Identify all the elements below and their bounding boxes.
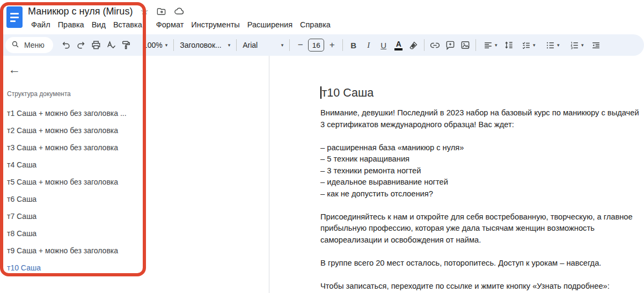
search-menus-button[interactable]: Меню [5, 37, 53, 53]
line-spacing-button[interactable] [501, 38, 516, 53]
document-heading: т10 Саша [320, 86, 639, 100]
align-button[interactable]: ▾ [479, 38, 501, 53]
google-docs-logo-icon[interactable] [6, 6, 23, 28]
bold-button[interactable]: B [346, 38, 361, 53]
paragraph [320, 200, 639, 211]
style-value: Заголовок... [180, 41, 222, 49]
header: Маникюр с нуля (Mirus) ☆ Файл Правка Вид… [0, 0, 644, 33]
outline-item-t2[interactable]: т2 Саша + можно без заголовка [7, 122, 269, 139]
cloud-status-icon[interactable] [174, 6, 185, 17]
search-icon [11, 40, 20, 51]
toolbar-divider [342, 39, 343, 51]
paragraph: – 5 техник наращивания [320, 153, 639, 165]
outline-item-t10-active[interactable]: т10 Саша [7, 259, 269, 276]
decrease-indent-button[interactable] [589, 38, 603, 53]
chevron-down-icon: ▾ [281, 43, 284, 48]
toolbar: Меню 100% ▾ Заголовок... ▾ [0, 34, 644, 56]
toolbar-divider [289, 39, 290, 51]
text-cursor [320, 86, 321, 99]
undo-button[interactable] [59, 38, 74, 53]
paint-format-button[interactable] [119, 38, 134, 53]
outline-item-t9[interactable]: т9 Саша + можно без заголовка [7, 242, 269, 259]
menu-extensions[interactable]: Расширения [244, 19, 296, 30]
menu-file[interactable]: Файл [28, 19, 54, 30]
decrease-font-size-button[interactable]: − [293, 38, 308, 53]
paragraph: Внимание, девушки! Последний в 2023 набо… [320, 107, 639, 130]
menu-insert[interactable]: Вставка [110, 19, 145, 30]
outline-item-t8[interactable]: т8 Саша [7, 225, 269, 242]
print-button[interactable] [89, 38, 104, 53]
paragraph: – 3 техники ремонта ногтей [320, 165, 639, 177]
add-comment-button[interactable] [443, 38, 457, 53]
outline-list: т1 Саша + можно без заголовка ... т2 Саш… [7, 105, 269, 276]
document-title[interactable]: Маникюр с нуля (Mirus) [28, 6, 133, 17]
checklist-button[interactable]: ▾ [516, 38, 540, 53]
highlight-color-button[interactable] [406, 38, 421, 53]
menu-view[interactable]: Вид [89, 19, 109, 30]
chevron-down-icon: ▾ [165, 43, 168, 48]
outline-item-t5[interactable]: т5 Саша + можно без заголовка [7, 173, 269, 191]
insert-image-button[interactable] [458, 38, 472, 53]
font-family-select[interactable]: Arial ▾ [240, 38, 286, 53]
font-size-input[interactable]: 16 [308, 39, 324, 52]
paragraph: – расширенная база «маникюр с нуля» [320, 142, 639, 154]
increase-font-size-button[interactable]: + [325, 38, 339, 53]
outline-item-t1[interactable]: т1 Саша + можно без заголовка ... [7, 105, 269, 122]
outline-title: Структура документа [7, 90, 269, 98]
paragraph: – как не допустить отслоения? [320, 188, 639, 200]
menu-help[interactable]: Справка [297, 19, 334, 30]
text-color-button[interactable]: A [391, 38, 406, 53]
redo-button[interactable] [74, 38, 89, 53]
zoom-select[interactable]: 100% ▾ [141, 38, 170, 53]
paragraph [320, 269, 639, 281]
toolbar-divider [236, 39, 237, 51]
menu-edit[interactable]: Правка [55, 19, 87, 30]
outline-item-t6[interactable]: т6 Саша [7, 191, 269, 208]
menu-tools[interactable]: Инструменты [188, 19, 243, 30]
spellcheck-button[interactable] [104, 38, 119, 53]
numbered-list-button[interactable]: ▾ [565, 38, 588, 53]
menu-format[interactable]: Формат [153, 19, 187, 30]
paragraph: В группе всего 20 мест осталось, потороп… [320, 258, 639, 269]
search-label: Меню [24, 41, 45, 49]
paragraph [320, 130, 639, 142]
chevron-down-icon: ▾ [581, 43, 584, 48]
paragraph: – идеальное выравнивание ногтей [320, 177, 639, 188]
toolbar-divider [173, 39, 174, 51]
document-page: т10 Саша Внимание, девушки! Последний в … [269, 56, 644, 293]
editor-surface[interactable]: т10 Саша Внимание, девушки! Последний в … [269, 56, 644, 293]
star-icon[interactable]: ☆ [140, 7, 148, 16]
toolbar-divider [475, 39, 476, 51]
paragraph: Присоединяйтесь к нам и откройте для себ… [320, 211, 639, 246]
paragraph: Чтобы записаться, переходите по ссылке и… [320, 281, 639, 292]
chevron-down-icon: ▾ [557, 43, 560, 48]
header-right: Маникюр с нуля (Mirus) ☆ Файл Правка Вид… [28, 4, 334, 30]
italic-button[interactable]: I [361, 38, 376, 53]
menu-bar: Файл Правка Вид Вставка Формат Инструмен… [28, 19, 334, 30]
chevron-down-icon: ▾ [228, 43, 231, 48]
document-body: Внимание, девушки! Последний в 2023 набо… [320, 107, 639, 293]
outline-item-t4[interactable]: т4 Саша [7, 156, 269, 173]
document-outline-panel: ← Структура документа т1 Саша + можно бе… [0, 56, 269, 293]
underline-button[interactable]: U [376, 38, 391, 53]
move-to-folder-icon[interactable] [156, 6, 166, 17]
outline-item-t3[interactable]: т3 Саша + можно без заголовка [7, 139, 269, 156]
paragraph [320, 246, 639, 258]
content-area: ← Структура документа т1 Саша + можно бе… [0, 56, 644, 293]
chevron-down-icon: ▾ [533, 43, 536, 48]
paragraph-style-select[interactable]: Заголовок... ▾ [177, 38, 233, 53]
outline-item-t7[interactable]: т7 Саша [7, 208, 269, 225]
zoom-value: 100% [143, 41, 163, 49]
bulleted-list-button[interactable]: ▾ [540, 38, 564, 53]
insert-link-button[interactable] [428, 38, 442, 53]
chevron-down-icon: ▾ [495, 43, 497, 48]
close-outline-button[interactable]: ← [8, 61, 24, 77]
font-value: Arial [243, 41, 258, 49]
toolbar-divider [424, 39, 425, 51]
